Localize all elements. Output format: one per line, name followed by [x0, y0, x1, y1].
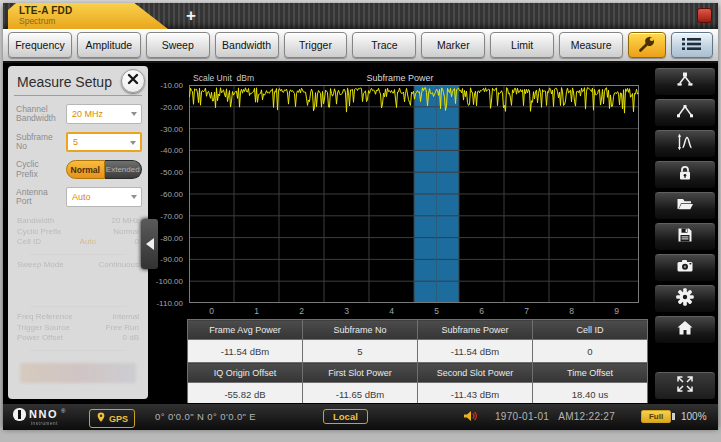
x-tick-label: 8 [549, 306, 594, 316]
battery-nub [672, 413, 675, 420]
info-row: Cyclic Prefix Normal [17, 227, 139, 238]
tab-lte-a-fdd-spectrum[interactable]: LTE-A FDD Spectrum [8, 3, 168, 29]
gps-badge[interactable]: GPS [89, 409, 135, 428]
tab-subtitle: Spectrum [19, 16, 168, 26]
channel-bandwidth-dropdown[interactable]: 20 MHz [66, 104, 142, 124]
sound-alert-icon[interactable] [462, 409, 477, 427]
wrench-icon [637, 34, 657, 56]
field-label: Cyclic Prefix [16, 160, 66, 179]
measure-button[interactable]: Measure [559, 32, 623, 58]
peak-marker-button[interactable] [654, 67, 716, 96]
registered-mark: ® [61, 408, 65, 414]
y-tick-label: -90.00 [149, 255, 183, 264]
lock-button[interactable] [654, 160, 716, 189]
table-value-row: -11.54 dBm 5 -11.54 dBm 0 [188, 340, 648, 363]
divider [30, 306, 126, 307]
home-icon [675, 318, 695, 342]
new-tab-button[interactable]: + [180, 5, 202, 27]
local-badge[interactable]: Local [323, 409, 368, 424]
camera-icon [675, 256, 695, 280]
app-window: LTE-A FDD Spectrum + Frequency Amplitude… [3, 3, 718, 427]
marker-button[interactable]: Marker [421, 32, 485, 58]
y-tick-label: -20.00 [149, 103, 183, 112]
record-indicator[interactable] [697, 8, 712, 23]
table-header-row: Frame Avg Power Subframe No Subframe Pow… [188, 320, 648, 340]
open-file-button[interactable] [654, 191, 716, 220]
close-panel-button[interactable] [121, 69, 145, 93]
gps-coordinates: 0° 0'0.0" N 0° 0'0.0" E [155, 411, 256, 422]
peak-marker-icon [675, 70, 695, 94]
gear-icon [675, 287, 695, 311]
lock-icon [675, 163, 695, 187]
x-tick-label: 6 [459, 306, 504, 316]
x-tick-label: 5 [414, 306, 459, 316]
gps-label: GPS [109, 414, 128, 424]
header-cell: IQ Origin Offset [188, 363, 303, 383]
next-peak-button[interactable] [654, 98, 716, 127]
date-label: 1970-01-01 [495, 411, 549, 422]
menu-button[interactable] [671, 32, 713, 58]
save-button[interactable] [654, 222, 716, 251]
y-tick-label: -80.00 [149, 234, 183, 243]
screenshot-button[interactable] [654, 253, 716, 282]
frequency-button[interactable]: Frequency [8, 32, 72, 58]
chevron-down-icon [131, 112, 137, 116]
header-cell: Subframe No [303, 320, 418, 340]
sweep-button[interactable]: Sweep [146, 32, 210, 58]
y-tick-label: -50.00 [149, 168, 183, 177]
toggle-option-extended[interactable]: Extended [105, 160, 143, 179]
field-label: Subframe No [16, 133, 66, 152]
bandwidth-button[interactable]: Bandwidth [215, 32, 279, 58]
x-tick-label: 1 [234, 306, 279, 316]
info-row: Sweep Mode Continuous [17, 260, 139, 271]
home-button[interactable] [654, 315, 716, 344]
status-bar: NNO ® instrument GPS 0° 0'0.0" N 0° 0'0.… [3, 403, 718, 430]
logo-icon [13, 408, 26, 421]
value-cell: 0 [533, 340, 648, 363]
header-cell: Subframe Power [418, 320, 533, 340]
chevron-down-icon [130, 141, 136, 145]
setup-wrench-button[interactable] [628, 32, 666, 58]
subframe-no-dropdown[interactable]: 5 [66, 132, 142, 152]
limit-button[interactable]: Limit [490, 32, 554, 58]
info-row: Power Offset 0 dB [17, 333, 139, 344]
fullscreen-button[interactable] [654, 371, 716, 400]
amplitude-button[interactable]: Amplitude [77, 32, 141, 58]
plot-area [189, 85, 639, 303]
header-cell: Second Slot Power [418, 363, 533, 383]
open-folder-icon [675, 194, 695, 218]
y-tick-label: -40.00 [149, 146, 183, 155]
datetime: 1970-01-01 AM12:22:27 [495, 411, 615, 422]
toggle-option-normal[interactable]: Normal [66, 160, 105, 179]
x-tick-label: 0 [189, 306, 234, 316]
chart-title: Subframe Power [149, 73, 651, 83]
divider [30, 254, 126, 255]
y-tick-label: -110.00 [149, 299, 183, 308]
antenna-port-dropdown[interactable]: Auto [66, 187, 142, 207]
logo-text: NNO [29, 408, 58, 421]
fullscreen-icon [675, 374, 695, 398]
right-sidebar [654, 67, 716, 403]
settings-button[interactable] [654, 284, 716, 313]
info-row: Bandwidth 20 MHz [17, 216, 139, 227]
header-cell: Cell ID [533, 320, 648, 340]
tab-bar: LTE-A FDD Spectrum + [3, 3, 718, 29]
disabled-info-section: Bandwidth 20 MHz Cyclic Prefix Normal Ce… [17, 216, 139, 351]
results-table: Frame Avg Power Subframe No Subframe Pow… [187, 319, 648, 406]
time-label: AM12:22:27 [558, 411, 615, 422]
trigger-button[interactable]: Trigger [284, 32, 348, 58]
cyclic-prefix-field: Cyclic Prefix Normal Extended [16, 160, 142, 179]
faint-watermark [20, 363, 136, 383]
dropdown-value: 20 MHz [72, 109, 103, 119]
trace-button[interactable]: Trace [352, 32, 416, 58]
auto-scale-button[interactable] [654, 129, 716, 158]
header-cell: Time Offset [533, 363, 648, 383]
brand-logo: NNO ® instrument [13, 408, 65, 421]
table-header-row: IQ Origin Offset First Slot Power Second… [188, 363, 648, 383]
tab-title: LTE-A FDD [19, 5, 168, 16]
battery-percent: 100% [681, 411, 707, 422]
x-tick-label: 4 [369, 306, 414, 316]
channel-bandwidth-field: Channel Bandwidth 20 MHz [16, 104, 142, 124]
close-icon [126, 72, 140, 90]
info-row: Cell ID Auto 0 [17, 237, 139, 248]
